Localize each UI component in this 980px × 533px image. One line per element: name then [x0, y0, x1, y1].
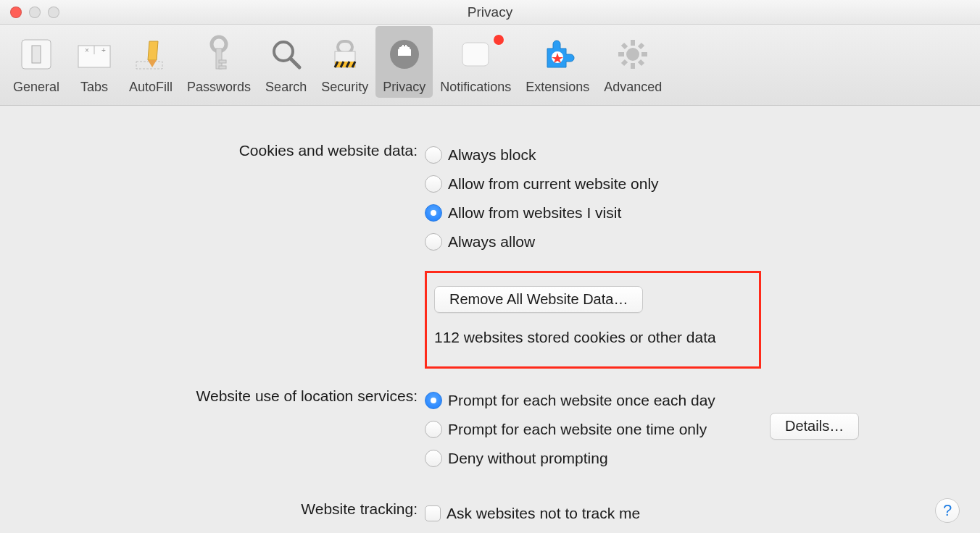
- svg-rect-1: [32, 46, 41, 63]
- search-icon: [267, 30, 305, 78]
- remove-all-website-data-button[interactable]: Remove All Website Data…: [434, 286, 643, 313]
- svg-rect-12: [219, 66, 226, 69]
- svg-line-34: [623, 61, 626, 64]
- radio-icon: [425, 204, 442, 222]
- tab-search[interactable]: Search: [258, 26, 314, 98]
- radio-icon: [425, 450, 442, 467]
- tab-tabs[interactable]: × + Tabs: [67, 26, 122, 98]
- radio-cookies-always-allow[interactable]: Always allow: [425, 227, 761, 256]
- radio-label: Allow from current website only: [448, 175, 659, 193]
- tab-label: Extensions: [526, 80, 589, 95]
- tab-notifications[interactable]: Notifications: [433, 26, 518, 98]
- tab-label: Passwords: [187, 80, 251, 95]
- tab-label: Privacy: [383, 80, 425, 95]
- svg-rect-11: [219, 60, 226, 63]
- tab-privacy[interactable]: Privacy: [375, 26, 433, 98]
- titlebar: Privacy: [0, 0, 980, 25]
- radio-label: Deny without prompting: [448, 450, 608, 467]
- tab-extensions[interactable]: Extensions: [518, 26, 597, 98]
- svg-marker-7: [148, 41, 158, 60]
- advanced-icon: [614, 30, 652, 78]
- autofill-icon: [132, 30, 170, 78]
- checkbox-label: Ask websites not to track me: [447, 505, 640, 522]
- passwords-icon: [200, 30, 238, 78]
- svg-point-26: [626, 48, 639, 61]
- tab-passwords[interactable]: Passwords: [180, 26, 258, 98]
- privacy-icon: [386, 30, 423, 78]
- radio-label: Prompt for each website one time only: [448, 421, 707, 438]
- general-icon: [17, 30, 55, 78]
- extensions-icon: [539, 30, 576, 78]
- tab-label: Advanced: [604, 80, 662, 95]
- svg-rect-6: [136, 62, 162, 69]
- radio-cookies-visited[interactable]: Allow from websites I visit: [425, 198, 761, 227]
- checkbox-do-not-track[interactable]: Ask websites not to track me: [425, 499, 640, 528]
- radio-icon: [425, 421, 442, 438]
- tab-general[interactable]: General: [6, 26, 67, 98]
- radio-label: Always block: [448, 146, 536, 164]
- tab-label: Notifications: [440, 80, 511, 95]
- radio-icon: [425, 175, 442, 193]
- radio-icon: [425, 146, 442, 164]
- svg-line-14: [291, 59, 299, 67]
- svg-rect-23: [462, 43, 489, 66]
- radio-icon: [425, 233, 442, 251]
- radio-label: Prompt for each website once each day: [448, 392, 715, 409]
- notification-badge-icon: [492, 33, 505, 46]
- notifications-icon: [457, 30, 494, 78]
- radio-icon: [425, 392, 442, 409]
- radio-cookies-always-block[interactable]: Always block: [425, 140, 761, 169]
- preferences-toolbar: General × + Tabs AutoFill: [0, 25, 980, 106]
- help-button[interactable]: ?: [935, 498, 960, 523]
- tab-label: General: [13, 80, 59, 95]
- checkbox-icon: [425, 505, 441, 521]
- cookies-section-label: Cookies and website data:: [0, 140, 422, 159]
- tab-autofill[interactable]: AutoFill: [122, 26, 180, 98]
- radio-cookies-current-only[interactable]: Allow from current website only: [425, 169, 761, 198]
- radio-location-deny[interactable]: Deny without prompting: [425, 444, 715, 473]
- tab-label: AutoFill: [129, 80, 173, 95]
- svg-marker-8: [148, 60, 157, 67]
- content-area: Cookies and website data: Always block A…: [0, 106, 980, 533]
- location-section-label: Website use of location services:: [0, 386, 422, 405]
- tab-label: Tabs: [80, 80, 108, 95]
- svg-line-31: [623, 44, 626, 48]
- tab-advanced[interactable]: Advanced: [597, 26, 669, 98]
- tabs-icon: × +: [74, 30, 115, 78]
- tab-security[interactable]: Security: [314, 26, 375, 98]
- radio-label: Allow from websites I visit: [448, 204, 621, 222]
- svg-text:×: ×: [85, 46, 89, 54]
- radio-location-one-time[interactable]: Prompt for each website one time only: [425, 415, 715, 444]
- window-title: Privacy: [0, 4, 980, 20]
- radio-label: Always allow: [448, 233, 535, 251]
- tab-label: Search: [265, 80, 307, 95]
- annotation-highlight-box: Remove All Website Data… 112 websites st…: [425, 271, 761, 369]
- svg-line-32: [639, 61, 643, 64]
- security-icon: [326, 30, 364, 78]
- radio-location-once-day[interactable]: Prompt for each website once each day: [425, 386, 715, 415]
- svg-line-33: [639, 44, 643, 48]
- stored-websites-text: 112 websites stored cookies or other dat…: [434, 329, 752, 346]
- svg-text:+: +: [101, 46, 106, 54]
- help-icon: ?: [943, 501, 952, 520]
- tracking-section-label: Website tracking:: [0, 499, 422, 518]
- details-button[interactable]: Details…: [770, 413, 859, 440]
- tab-label: Security: [321, 80, 368, 95]
